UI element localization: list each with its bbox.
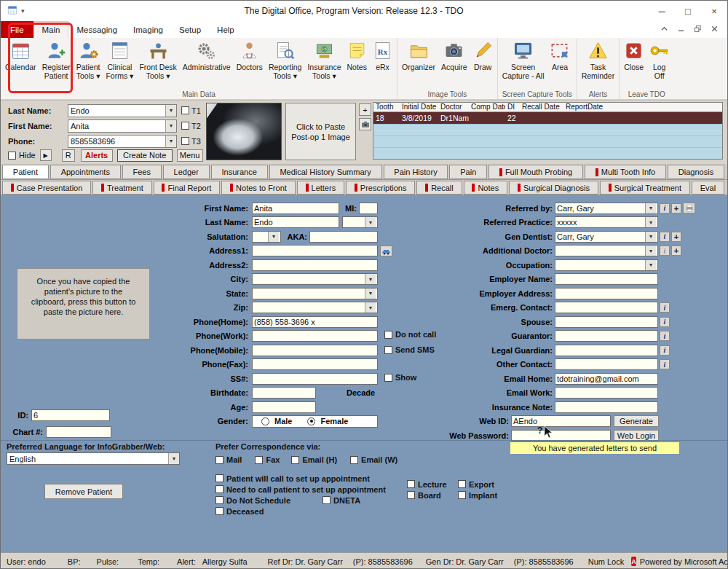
email-work-field[interactable] bbox=[555, 387, 658, 399]
dropdown-arrow-icon[interactable]: ▾ bbox=[165, 136, 176, 147]
clinical-forms-button[interactable]: ClinicalForms ▾ bbox=[103, 39, 136, 80]
gender-male-radio[interactable] bbox=[261, 417, 269, 425]
dropdown-arrow-icon[interactable]: ▾ bbox=[645, 260, 656, 270]
employer-address-field[interactable] bbox=[555, 288, 658, 299]
child-restore-icon[interactable] bbox=[694, 25, 702, 34]
first-name-field[interactable]: Anita bbox=[252, 203, 339, 214]
insurance-tools-button[interactable]: $InsuranceTools ▾ bbox=[304, 39, 344, 80]
tab-setup[interactable]: Setup bbox=[171, 21, 209, 38]
legal-guardian-info-button[interactable]: i bbox=[660, 345, 670, 356]
referred-by-add-button[interactable]: + bbox=[671, 203, 681, 213]
fax-checkbox[interactable] bbox=[255, 456, 263, 464]
remove-patient-button[interactable]: Remove Patient bbox=[44, 484, 123, 499]
phone-work-field[interactable] bbox=[252, 330, 378, 342]
additional-doctor-combo[interactable]: ▾ bbox=[555, 245, 658, 256]
patient-will-call-checkbox[interactable] bbox=[215, 474, 223, 482]
tab-patient[interactable]: Patient bbox=[2, 165, 49, 179]
tab-treatment[interactable]: Treatment bbox=[92, 181, 151, 195]
paste-postop-image-button[interactable]: Click to Paste Post-op 1 Image bbox=[285, 103, 356, 160]
additional-doctor-info-button[interactable]: i bbox=[660, 246, 670, 256]
export-checkbox[interactable] bbox=[458, 480, 466, 488]
t2-checkbox[interactable] bbox=[181, 122, 189, 130]
city-combo[interactable]: ▾ bbox=[252, 273, 378, 285]
tab-imaging[interactable]: Imaging bbox=[125, 21, 171, 38]
tab-surgical-diagnosis[interactable]: Surgical Diagnosis bbox=[509, 181, 598, 195]
front-desk-tools-button[interactable]: Front DeskTools ▾ bbox=[136, 39, 179, 80]
tab-fees[interactable]: Fees bbox=[122, 165, 162, 179]
legal-guardian-field[interactable] bbox=[555, 345, 658, 356]
tab-notes[interactable]: Notes bbox=[464, 181, 507, 195]
tab-main[interactable]: Main bbox=[33, 21, 69, 38]
tab-case-presentation[interactable]: Case Presentation bbox=[2, 181, 91, 195]
last-name-field[interactable]: Endo bbox=[252, 216, 339, 228]
referred-by-combo[interactable]: Carr, Gary▾ bbox=[555, 203, 658, 214]
notes-button[interactable]: Notes bbox=[344, 39, 370, 71]
patient-tools-button[interactable]: PatientTools ▾ bbox=[74, 39, 103, 80]
gen-dentist-info-button[interactable]: i bbox=[660, 232, 670, 242]
occupation-combo[interactable]: ▾ bbox=[555, 259, 658, 271]
insurance-note-field[interactable] bbox=[555, 401, 658, 413]
dropdown-arrow-icon[interactable]: ▾ bbox=[365, 289, 376, 299]
dropdown-arrow-icon[interactable]: ▾ bbox=[365, 274, 376, 284]
erx-button[interactable]: RxeRx bbox=[370, 39, 395, 71]
implant-checkbox[interactable] bbox=[458, 491, 466, 499]
dropdown-arrow-icon[interactable]: ▾ bbox=[645, 217, 656, 227]
spouse-field[interactable] bbox=[555, 316, 658, 328]
tab-ledger[interactable]: Ledger bbox=[163, 165, 210, 179]
other-contact-info-button[interactable]: i bbox=[660, 359, 670, 369]
tab-multi-tooth-info[interactable]: Multi Tooth Info bbox=[585, 165, 666, 179]
expand-search-button[interactable]: ▶ bbox=[40, 149, 52, 161]
t1-checkbox[interactable] bbox=[181, 106, 189, 114]
camera-button[interactable] bbox=[359, 118, 371, 130]
child-minimize-icon[interactable] bbox=[677, 25, 685, 34]
tooth-table-row-empty[interactable] bbox=[373, 136, 722, 147]
do-not-call-checkbox[interactable] bbox=[384, 331, 392, 339]
register-patient-button[interactable]: RegisterPatient bbox=[39, 39, 74, 80]
tab-letters[interactable]: Letters bbox=[297, 181, 344, 195]
web-id-field[interactable]: AEndo bbox=[511, 415, 611, 427]
email-h-checkbox[interactable] bbox=[291, 456, 299, 464]
tooth-xray-thumbnail[interactable] bbox=[206, 103, 282, 160]
task-reminder-button[interactable]: TaskReminder bbox=[579, 39, 618, 80]
address1-field[interactable] bbox=[252, 245, 378, 256]
additional-doctor-add-button[interactable]: + bbox=[671, 246, 681, 256]
tab-prescriptions[interactable]: Prescriptions bbox=[346, 181, 415, 195]
dropdown-arrow-icon[interactable]: ▾ bbox=[165, 120, 176, 132]
close-button[interactable]: Close bbox=[621, 39, 646, 71]
ssn-field[interactable] bbox=[252, 373, 378, 385]
lecture-checkbox[interactable] bbox=[407, 480, 415, 488]
doctors-button[interactable]: Doctors bbox=[234, 39, 266, 71]
tab-insurance[interactable]: Insurance bbox=[211, 165, 268, 179]
dropdown-arrow-icon[interactable]: ▾ bbox=[268, 232, 279, 242]
employer-name-field[interactable] bbox=[555, 273, 658, 285]
dropdown-arrow-icon[interactable]: ▾ bbox=[645, 203, 656, 213]
minimize-button[interactable]: ─ bbox=[649, 1, 675, 21]
dropdown-arrow-icon[interactable]: ▾ bbox=[645, 246, 656, 256]
acquire-button[interactable]: Acquire bbox=[438, 39, 470, 71]
tooth-table-row-empty[interactable] bbox=[373, 124, 722, 136]
zip-combo[interactable]: ▾ bbox=[252, 302, 378, 313]
tab-messaging[interactable]: Messaging bbox=[68, 21, 125, 38]
log-off-button[interactable]: LogOff bbox=[646, 39, 672, 80]
id-field[interactable]: 6 bbox=[31, 409, 110, 421]
phone-home-field[interactable]: (858) 558-3696 x bbox=[252, 316, 378, 328]
generate-button[interactable]: Generate bbox=[614, 415, 659, 427]
other-contact-field[interactable] bbox=[555, 358, 658, 370]
dropdown-arrow-icon[interactable]: ▾ bbox=[365, 217, 376, 227]
tooth-table-row-empty[interactable] bbox=[373, 147, 722, 159]
last-name-search-combo[interactable]: Endo▾ bbox=[68, 104, 177, 117]
tab-notes-to-front[interactable]: Notes to Front bbox=[221, 181, 295, 195]
referred-practice-combo[interactable]: xxxxx▾ bbox=[555, 216, 658, 228]
tab-eval[interactable]: Eval bbox=[692, 181, 724, 195]
age-field[interactable] bbox=[252, 401, 316, 413]
menu-button[interactable]: Menu bbox=[177, 149, 203, 162]
suffix-combo[interactable]: ▾ bbox=[342, 216, 378, 228]
gen-dentist-combo[interactable]: Carr, Gary▾ bbox=[555, 231, 658, 243]
referred-by-info-button[interactable]: i bbox=[660, 203, 670, 213]
create-note-button[interactable]: Create Note bbox=[117, 149, 173, 162]
dropdown-arrow-icon[interactable]: ▾ bbox=[365, 302, 376, 313]
organizer-button[interactable]: Organizer bbox=[399, 39, 438, 71]
email-w-checkbox[interactable] bbox=[350, 456, 358, 464]
birthdate-field[interactable] bbox=[252, 387, 316, 399]
address2-field[interactable] bbox=[252, 259, 378, 271]
